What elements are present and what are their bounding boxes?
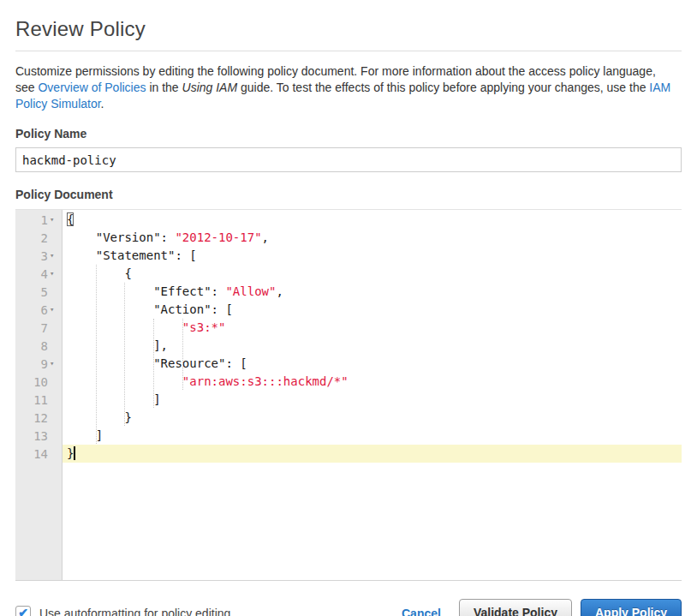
gutter-line-1: 1▾ <box>15 211 62 229</box>
code-token: ] <box>67 392 161 406</box>
code-string-token: "Allow" <box>225 284 276 298</box>
line-number: 2 <box>41 231 48 245</box>
line-number: 5 <box>41 285 48 299</box>
fold-toggle-icon[interactable]: ▾ <box>48 265 62 283</box>
indent-guide <box>96 265 97 444</box>
intro-segment: in the <box>146 81 182 94</box>
gutter-line-14: 14 <box>15 445 62 463</box>
indent-guide <box>153 319 154 408</box>
cancel-link[interactable]: Cancel <box>402 607 441 616</box>
code-token: { <box>67 266 132 280</box>
line-number: 13 <box>33 429 48 443</box>
gutter-line-5: 5 <box>15 283 62 301</box>
autoformat-option: ✔ Use autoformatting for policy editing <box>15 606 230 616</box>
code-token: "Resource": [ <box>67 356 247 370</box>
intro-segment: . <box>101 97 104 111</box>
code-token: "Effect": <box>67 284 225 298</box>
code-token: } <box>67 446 74 460</box>
code-token: { <box>67 212 74 226</box>
checkmark-icon: ✔ <box>18 607 28 616</box>
gutter-line-12: 12 <box>15 409 62 427</box>
line-number: 10 <box>33 375 48 389</box>
validate-policy-button[interactable]: Validate Policy <box>459 599 572 616</box>
indent-guide <box>124 283 125 426</box>
line-number: 8 <box>41 339 48 353</box>
intro-text: Customize permissions by editing the fol… <box>15 63 676 112</box>
overview-of-policies-link[interactable]: Overview of Policies <box>38 81 146 94</box>
policy-document-label: Policy Document <box>15 188 682 201</box>
gutter-line-9: 9▾ <box>15 355 62 373</box>
code-line-5[interactable]: "Effect": "Allow", <box>63 283 682 301</box>
editor-code-area[interactable]: { "Version": "2012-10-17", "Statement": … <box>63 210 682 580</box>
code-line-14[interactable]: } <box>63 445 682 463</box>
using-iam-italic: Using IAM <box>182 81 238 94</box>
line-number: 7 <box>41 321 48 335</box>
code-token: "Version": <box>67 230 175 244</box>
fold-toggle-icon[interactable]: ▾ <box>48 211 62 229</box>
code-line-12[interactable]: } <box>63 409 682 427</box>
editor-gutter: 1▾23▾4▾56▾789▾1011121314 <box>15 210 63 580</box>
line-number: 9 <box>41 357 48 371</box>
line-number: 6 <box>41 303 48 317</box>
code-token: ] <box>67 428 103 442</box>
page-title: Review Policy <box>15 17 682 41</box>
gutter-line-8: 8 <box>15 337 62 355</box>
text-cursor <box>74 446 75 460</box>
gutter-line-13: 13 <box>15 427 62 445</box>
fold-toggle-icon[interactable]: ▾ <box>48 301 62 319</box>
footer-bar: ✔ Use autoformatting for policy editing … <box>15 599 682 616</box>
code-string-token: "s3:*" <box>182 320 226 334</box>
policy-name-label: Policy Name <box>15 127 682 141</box>
code-token: , <box>276 284 283 298</box>
code-line-6[interactable]: "Action": [ <box>63 301 682 319</box>
code-line-13[interactable]: ] <box>63 427 682 445</box>
code-line-8[interactable]: ], <box>63 337 682 355</box>
code-string-token: "2012-10-17" <box>175 230 261 244</box>
line-number: 11 <box>33 393 48 407</box>
review-policy-page: Review Policy Customize permissions by e… <box>0 0 697 616</box>
policy-name-input[interactable] <box>15 147 682 172</box>
code-token: } <box>67 410 132 424</box>
code-line-10[interactable]: "arn:aws:s3:::hackmd/*" <box>63 373 682 391</box>
footer-actions: Cancel Validate Policy Apply Policy <box>402 599 682 616</box>
gutter-line-11: 11 <box>15 391 62 409</box>
gutter-line-4: 4▾ <box>15 265 62 283</box>
indent-guide <box>182 319 183 390</box>
line-number: 4 <box>41 267 48 281</box>
code-line-3[interactable]: "Statement": [ <box>63 247 682 265</box>
gutter-line-3: 3▾ <box>15 247 62 265</box>
code-line-9[interactable]: "Resource": [ <box>63 355 682 373</box>
gutter-line-7: 7 <box>15 319 62 337</box>
code-token: "Statement": [ <box>67 248 197 262</box>
code-string-token: "arn:aws:s3:::hackmd/*" <box>182 374 348 388</box>
code-token: , <box>262 230 269 244</box>
apply-policy-button[interactable]: Apply Policy <box>581 599 682 616</box>
line-number: 3 <box>41 249 48 263</box>
code-line-4[interactable]: { <box>63 265 682 283</box>
intro-segment: guide. To test the effects of this polic… <box>237 81 649 94</box>
code-line-1[interactable]: { <box>63 211 682 229</box>
fold-toggle-icon[interactable]: ▾ <box>48 355 62 373</box>
code-token: "Action": [ <box>67 302 233 316</box>
gutter-line-2: 2 <box>15 229 62 247</box>
gutter-line-10: 10 <box>15 373 62 391</box>
autoformat-checkbox[interactable]: ✔ <box>15 606 31 616</box>
fold-toggle-icon[interactable]: ▾ <box>48 247 62 265</box>
title-divider <box>15 51 682 51</box>
line-number: 14 <box>33 447 48 461</box>
code-line-2[interactable]: "Version": "2012-10-17", <box>63 229 682 247</box>
policy-document-editor[interactable]: 1▾23▾4▾56▾789▾1011121314 { "Version": "2… <box>15 209 682 581</box>
code-line-11[interactable]: ] <box>63 391 682 409</box>
autoformat-label: Use autoformatting for policy editing <box>39 607 230 616</box>
gutter-line-6: 6▾ <box>15 301 62 319</box>
line-number: 12 <box>33 411 48 425</box>
line-number: 1 <box>41 213 48 227</box>
code-line-7[interactable]: "s3:*" <box>63 319 682 337</box>
